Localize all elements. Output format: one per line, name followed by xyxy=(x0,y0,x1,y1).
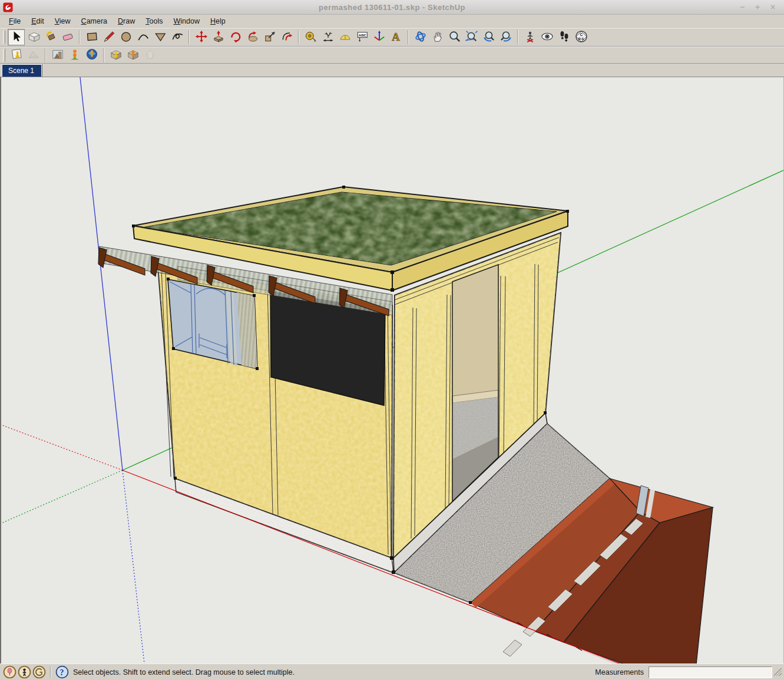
select-tool-button[interactable] xyxy=(8,29,25,45)
rotate-icon xyxy=(229,30,242,45)
zoom-window-tool-button[interactable] xyxy=(463,29,480,45)
push-pull-tool-button[interactable] xyxy=(210,29,227,45)
menu-edit[interactable]: Edit xyxy=(26,16,49,27)
zoom-next-tool-button[interactable] xyxy=(497,29,514,45)
status-message: Select objects. Shift to extend select. … xyxy=(73,668,295,676)
3d-text-tool-button[interactable]: A xyxy=(388,29,405,45)
add-location-tool-button[interactable] xyxy=(66,47,83,64)
status-author-icon[interactable] xyxy=(18,665,31,679)
make-component-tool-button[interactable] xyxy=(25,29,42,45)
paint-tool-button[interactable] xyxy=(42,29,59,45)
toggle-terrain-icon xyxy=(27,48,40,62)
front-wall xyxy=(158,266,392,558)
follow-me-icon xyxy=(246,30,259,45)
look-around-tool-button[interactable] xyxy=(538,29,555,45)
menu-window[interactable]: Window xyxy=(168,16,204,27)
measurements-input[interactable] xyxy=(649,666,772,678)
menu-file[interactable]: File xyxy=(4,16,26,27)
model-scene xyxy=(1,77,783,664)
protractor-tool-button[interactable] xyxy=(336,29,353,45)
viewport-3d[interactable] xyxy=(0,77,784,664)
orbit-tool-button[interactable] xyxy=(412,29,429,45)
get-current-view-icon xyxy=(10,48,23,62)
zoom-tool-button[interactable] xyxy=(446,29,463,45)
add-location-icon xyxy=(68,48,81,62)
zoom-previous-tool-button[interactable] xyxy=(480,29,497,45)
share-model-icon xyxy=(127,48,140,62)
scale-tool-button[interactable] xyxy=(261,29,278,45)
get-current-view-tool-button[interactable] xyxy=(8,47,25,64)
status-bar: ? Select objects. Shift to extend select… xyxy=(0,664,784,680)
share-component-tool-button[interactable] xyxy=(141,47,158,64)
section-plane-tool-button[interactable]: CR-S xyxy=(573,29,590,45)
toolbar-separator xyxy=(79,30,80,44)
blue-axis-solid xyxy=(80,77,123,470)
3d-text-icon: A xyxy=(390,30,403,45)
axes-icon xyxy=(373,30,386,45)
toolbar-google xyxy=(0,47,784,64)
toolbar-separator xyxy=(517,30,518,44)
toolbar-grip[interactable] xyxy=(3,49,5,62)
menu-bar: FileEditViewCameraDrawToolsWindowHelp xyxy=(0,15,784,28)
minimize-button[interactable]: − xyxy=(737,2,747,12)
eraser-icon xyxy=(61,30,74,45)
circle-tool-button[interactable] xyxy=(117,29,134,45)
zoom-window-icon xyxy=(465,30,478,45)
resize-grip[interactable] xyxy=(774,668,782,676)
zoom-icon xyxy=(448,30,461,45)
push-pull-icon xyxy=(212,30,225,45)
menu-help[interactable]: Help xyxy=(205,16,231,27)
scene-tab-bar: Scene 1 xyxy=(0,64,784,77)
maximize-button[interactable]: + xyxy=(752,2,763,12)
polygon-tool-button[interactable] xyxy=(151,29,168,45)
move-tool-button[interactable] xyxy=(193,29,210,45)
status-credits-icon[interactable] xyxy=(32,665,46,679)
red-axis-dotted xyxy=(1,425,123,470)
get-models-tool-button[interactable] xyxy=(107,47,124,64)
svg-text:A: A xyxy=(392,31,400,43)
zoom-next-icon xyxy=(499,30,512,45)
menu-view[interactable]: View xyxy=(49,16,76,27)
google-earth-icon xyxy=(85,48,98,62)
offset-tool-button[interactable] xyxy=(278,29,295,45)
rotate-tool-button[interactable] xyxy=(227,29,244,45)
section-plane-icon: CR-S xyxy=(575,30,588,45)
walk-icon xyxy=(558,30,571,45)
position-camera-tool-button[interactable] xyxy=(521,29,538,45)
text-tool-button[interactable]: ABC xyxy=(353,29,371,45)
dimension-icon xyxy=(322,30,335,45)
menu-tools[interactable]: Tools xyxy=(140,16,168,27)
share-model-tool-button[interactable] xyxy=(124,47,141,64)
toolbar-separator xyxy=(103,48,104,62)
walk-tool-button[interactable] xyxy=(555,29,573,45)
toolbar-separator xyxy=(188,30,190,44)
photo-textures-tool-button[interactable] xyxy=(49,47,66,64)
pan-tool-button[interactable] xyxy=(429,29,446,45)
line-tool-button[interactable] xyxy=(100,29,117,45)
axes-tool-button[interactable] xyxy=(371,29,388,45)
text-icon: ABC xyxy=(356,30,369,45)
sketchup-window: permashed 130611-01.skp - SketchUp −+× F… xyxy=(0,0,784,680)
close-button[interactable]: × xyxy=(768,2,778,12)
orbit-icon xyxy=(414,30,427,45)
toolbar-grip[interactable] xyxy=(3,31,5,44)
eraser-tool-button[interactable] xyxy=(59,29,76,45)
menu-camera[interactable]: Camera xyxy=(76,16,113,27)
shed-model[interactable] xyxy=(98,186,713,664)
dimension-tool-button[interactable] xyxy=(319,29,336,45)
circle-icon xyxy=(120,30,133,45)
tape-measure-tool-button[interactable] xyxy=(302,29,319,45)
rectangle-tool-button[interactable] xyxy=(83,29,100,45)
menu-draw[interactable]: Draw xyxy=(113,16,140,27)
follow-me-tool-button[interactable] xyxy=(244,29,261,45)
offset-icon xyxy=(280,30,293,45)
scene-tab-1[interactable]: Scene 1 xyxy=(2,64,42,77)
toggle-terrain-tool-button[interactable] xyxy=(25,47,42,64)
help-icon[interactable]: ? xyxy=(55,665,69,679)
status-location-icon[interactable] xyxy=(3,665,16,679)
green-axis-dotted xyxy=(1,470,123,523)
freehand-tool-button[interactable] xyxy=(168,29,186,45)
arc-tool-button[interactable] xyxy=(134,29,151,45)
google-earth-tool-button[interactable] xyxy=(83,47,100,64)
toolbar-separator xyxy=(298,30,299,44)
